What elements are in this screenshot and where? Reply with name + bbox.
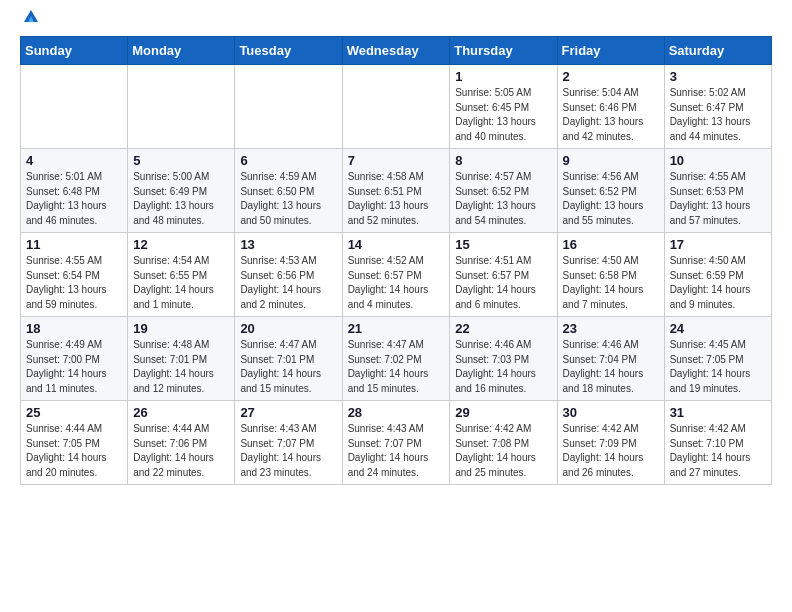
- calendar-week-row: 11Sunrise: 4:55 AM Sunset: 6:54 PM Dayli…: [21, 233, 772, 317]
- day-number: 9: [563, 153, 659, 168]
- calendar-cell: 14Sunrise: 4:52 AM Sunset: 6:57 PM Dayli…: [342, 233, 450, 317]
- day-number: 21: [348, 321, 445, 336]
- day-number: 16: [563, 237, 659, 252]
- day-info: Sunrise: 4:50 AM Sunset: 6:58 PM Dayligh…: [563, 254, 659, 312]
- day-info: Sunrise: 5:05 AM Sunset: 6:45 PM Dayligh…: [455, 86, 551, 144]
- day-number: 30: [563, 405, 659, 420]
- day-number: 29: [455, 405, 551, 420]
- calendar-cell: 5Sunrise: 5:00 AM Sunset: 6:49 PM Daylig…: [128, 149, 235, 233]
- day-info: Sunrise: 4:58 AM Sunset: 6:51 PM Dayligh…: [348, 170, 445, 228]
- calendar-cell: 28Sunrise: 4:43 AM Sunset: 7:07 PM Dayli…: [342, 401, 450, 485]
- calendar-week-row: 1Sunrise: 5:05 AM Sunset: 6:45 PM Daylig…: [21, 65, 772, 149]
- day-number: 7: [348, 153, 445, 168]
- day-info: Sunrise: 4:47 AM Sunset: 7:02 PM Dayligh…: [348, 338, 445, 396]
- day-number: 15: [455, 237, 551, 252]
- weekday-header-monday: Monday: [128, 37, 235, 65]
- day-info: Sunrise: 4:46 AM Sunset: 7:04 PM Dayligh…: [563, 338, 659, 396]
- calendar-cell: [21, 65, 128, 149]
- calendar-cell: 26Sunrise: 4:44 AM Sunset: 7:06 PM Dayli…: [128, 401, 235, 485]
- weekday-header-friday: Friday: [557, 37, 664, 65]
- day-number: 13: [240, 237, 336, 252]
- weekday-header-sunday: Sunday: [21, 37, 128, 65]
- day-number: 18: [26, 321, 122, 336]
- day-info: Sunrise: 4:47 AM Sunset: 7:01 PM Dayligh…: [240, 338, 336, 396]
- weekday-header-thursday: Thursday: [450, 37, 557, 65]
- calendar-cell: 4Sunrise: 5:01 AM Sunset: 6:48 PM Daylig…: [21, 149, 128, 233]
- day-info: Sunrise: 4:44 AM Sunset: 7:06 PM Dayligh…: [133, 422, 229, 480]
- calendar-cell: 16Sunrise: 4:50 AM Sunset: 6:58 PM Dayli…: [557, 233, 664, 317]
- day-info: Sunrise: 4:43 AM Sunset: 7:07 PM Dayligh…: [348, 422, 445, 480]
- day-info: Sunrise: 4:55 AM Sunset: 6:53 PM Dayligh…: [670, 170, 766, 228]
- day-number: 12: [133, 237, 229, 252]
- calendar-cell: 1Sunrise: 5:05 AM Sunset: 6:45 PM Daylig…: [450, 65, 557, 149]
- day-info: Sunrise: 4:55 AM Sunset: 6:54 PM Dayligh…: [26, 254, 122, 312]
- day-info: Sunrise: 4:50 AM Sunset: 6:59 PM Dayligh…: [670, 254, 766, 312]
- day-number: 19: [133, 321, 229, 336]
- calendar-cell: 2Sunrise: 5:04 AM Sunset: 6:46 PM Daylig…: [557, 65, 664, 149]
- calendar-cell: 17Sunrise: 4:50 AM Sunset: 6:59 PM Dayli…: [664, 233, 771, 317]
- page: SundayMondayTuesdayWednesdayThursdayFrid…: [0, 0, 792, 501]
- weekday-header-tuesday: Tuesday: [235, 37, 342, 65]
- calendar-cell: 6Sunrise: 4:59 AM Sunset: 6:50 PM Daylig…: [235, 149, 342, 233]
- day-info: Sunrise: 5:00 AM Sunset: 6:49 PM Dayligh…: [133, 170, 229, 228]
- calendar-cell: 24Sunrise: 4:45 AM Sunset: 7:05 PM Dayli…: [664, 317, 771, 401]
- calendar-cell: 31Sunrise: 4:42 AM Sunset: 7:10 PM Dayli…: [664, 401, 771, 485]
- day-number: 5: [133, 153, 229, 168]
- day-number: 4: [26, 153, 122, 168]
- weekday-header-wednesday: Wednesday: [342, 37, 450, 65]
- day-info: Sunrise: 5:02 AM Sunset: 6:47 PM Dayligh…: [670, 86, 766, 144]
- day-number: 1: [455, 69, 551, 84]
- calendar-cell: 3Sunrise: 5:02 AM Sunset: 6:47 PM Daylig…: [664, 65, 771, 149]
- calendar-cell: 30Sunrise: 4:42 AM Sunset: 7:09 PM Dayli…: [557, 401, 664, 485]
- day-number: 23: [563, 321, 659, 336]
- day-number: 8: [455, 153, 551, 168]
- day-number: 6: [240, 153, 336, 168]
- calendar-cell: [128, 65, 235, 149]
- calendar-cell: 21Sunrise: 4:47 AM Sunset: 7:02 PM Dayli…: [342, 317, 450, 401]
- calendar-cell: [235, 65, 342, 149]
- day-number: 3: [670, 69, 766, 84]
- day-info: Sunrise: 4:42 AM Sunset: 7:10 PM Dayligh…: [670, 422, 766, 480]
- day-info: Sunrise: 4:43 AM Sunset: 7:07 PM Dayligh…: [240, 422, 336, 480]
- day-info: Sunrise: 5:01 AM Sunset: 6:48 PM Dayligh…: [26, 170, 122, 228]
- day-info: Sunrise: 4:57 AM Sunset: 6:52 PM Dayligh…: [455, 170, 551, 228]
- calendar-cell: 11Sunrise: 4:55 AM Sunset: 6:54 PM Dayli…: [21, 233, 128, 317]
- calendar-cell: 10Sunrise: 4:55 AM Sunset: 6:53 PM Dayli…: [664, 149, 771, 233]
- calendar-cell: 20Sunrise: 4:47 AM Sunset: 7:01 PM Dayli…: [235, 317, 342, 401]
- day-number: 25: [26, 405, 122, 420]
- calendar-week-row: 4Sunrise: 5:01 AM Sunset: 6:48 PM Daylig…: [21, 149, 772, 233]
- calendar-cell: 9Sunrise: 4:56 AM Sunset: 6:52 PM Daylig…: [557, 149, 664, 233]
- day-number: 24: [670, 321, 766, 336]
- day-info: Sunrise: 4:49 AM Sunset: 7:00 PM Dayligh…: [26, 338, 122, 396]
- day-info: Sunrise: 4:59 AM Sunset: 6:50 PM Dayligh…: [240, 170, 336, 228]
- day-info: Sunrise: 5:04 AM Sunset: 6:46 PM Dayligh…: [563, 86, 659, 144]
- calendar-cell: 15Sunrise: 4:51 AM Sunset: 6:57 PM Dayli…: [450, 233, 557, 317]
- calendar-week-row: 18Sunrise: 4:49 AM Sunset: 7:00 PM Dayli…: [21, 317, 772, 401]
- logo: [20, 16, 40, 26]
- header: [20, 16, 772, 26]
- day-number: 20: [240, 321, 336, 336]
- day-number: 31: [670, 405, 766, 420]
- calendar-cell: 18Sunrise: 4:49 AM Sunset: 7:00 PM Dayli…: [21, 317, 128, 401]
- day-number: 10: [670, 153, 766, 168]
- calendar-cell: 7Sunrise: 4:58 AM Sunset: 6:51 PM Daylig…: [342, 149, 450, 233]
- day-info: Sunrise: 4:54 AM Sunset: 6:55 PM Dayligh…: [133, 254, 229, 312]
- day-info: Sunrise: 4:42 AM Sunset: 7:08 PM Dayligh…: [455, 422, 551, 480]
- day-number: 22: [455, 321, 551, 336]
- calendar-week-row: 25Sunrise: 4:44 AM Sunset: 7:05 PM Dayli…: [21, 401, 772, 485]
- day-number: 26: [133, 405, 229, 420]
- calendar-header-row: SundayMondayTuesdayWednesdayThursdayFrid…: [21, 37, 772, 65]
- calendar-cell: 12Sunrise: 4:54 AM Sunset: 6:55 PM Dayli…: [128, 233, 235, 317]
- calendar-table: SundayMondayTuesdayWednesdayThursdayFrid…: [20, 36, 772, 485]
- day-info: Sunrise: 4:51 AM Sunset: 6:57 PM Dayligh…: [455, 254, 551, 312]
- logo-icon: [22, 8, 40, 26]
- calendar-cell: 19Sunrise: 4:48 AM Sunset: 7:01 PM Dayli…: [128, 317, 235, 401]
- day-info: Sunrise: 4:45 AM Sunset: 7:05 PM Dayligh…: [670, 338, 766, 396]
- calendar-cell: 13Sunrise: 4:53 AM Sunset: 6:56 PM Dayli…: [235, 233, 342, 317]
- calendar-cell: 22Sunrise: 4:46 AM Sunset: 7:03 PM Dayli…: [450, 317, 557, 401]
- day-number: 11: [26, 237, 122, 252]
- day-info: Sunrise: 4:52 AM Sunset: 6:57 PM Dayligh…: [348, 254, 445, 312]
- day-info: Sunrise: 4:44 AM Sunset: 7:05 PM Dayligh…: [26, 422, 122, 480]
- calendar-cell: 29Sunrise: 4:42 AM Sunset: 7:08 PM Dayli…: [450, 401, 557, 485]
- day-number: 14: [348, 237, 445, 252]
